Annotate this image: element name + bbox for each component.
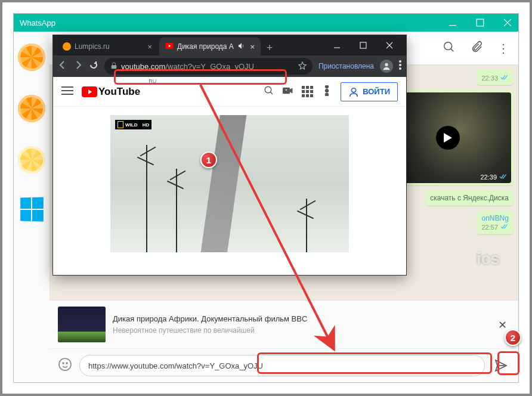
compose-bar xyxy=(50,348,518,382)
svg-point-4 xyxy=(66,363,67,364)
back-button[interactable] xyxy=(58,60,67,72)
svg-point-20 xyxy=(352,88,356,92)
lock-icon xyxy=(110,62,117,71)
svg-point-3 xyxy=(63,363,64,364)
sign-in-button[interactable]: ВОЙТИ xyxy=(341,82,398,101)
notifications-icon[interactable] xyxy=(321,85,332,98)
whatsapp-window-buttons xyxy=(448,18,512,27)
tab-label: Lumpics.ru xyxy=(75,42,110,51)
tab-close-icon[interactable]: × xyxy=(250,42,255,51)
attach-icon[interactable] xyxy=(470,41,483,56)
svg-point-19 xyxy=(326,93,329,96)
message-text: скачать с Яндекс.Диска xyxy=(430,194,509,202)
hamburger-icon[interactable] xyxy=(61,86,73,98)
chat-sidebar xyxy=(14,32,50,382)
chrome-menu-icon[interactable] xyxy=(399,60,401,72)
svg-point-8 xyxy=(385,63,388,66)
avatar[interactable] xyxy=(18,44,45,71)
close-button[interactable] xyxy=(503,18,512,27)
tab-youtube[interactable]: Дикая природа А × xyxy=(159,38,261,55)
video-duration: 22:39 xyxy=(480,174,497,181)
close-button[interactable] xyxy=(376,35,403,55)
svg-point-2 xyxy=(59,358,71,370)
whatsapp-title: WhatsApp xyxy=(20,18,448,27)
read-ticks-icon xyxy=(500,224,509,231)
svg-point-11 xyxy=(399,67,401,70)
apps-icon[interactable] xyxy=(302,86,313,97)
message-input[interactable] xyxy=(79,355,485,376)
message-bubble: 22:33 xyxy=(477,70,514,85)
close-preview-button[interactable]: ✕ xyxy=(498,318,510,330)
message-bubble: скачать с Яндекс.Диска xyxy=(425,190,514,206)
message-bubble: onNBNg 22:57 xyxy=(477,211,514,234)
youtube-logo[interactable]: YouTube xyxy=(82,86,140,98)
svg-point-9 xyxy=(399,60,401,63)
new-tab-button[interactable]: + xyxy=(262,40,277,55)
svg-rect-0 xyxy=(477,19,484,26)
svg-point-10 xyxy=(399,64,401,66)
more-icon[interactable]: ⋮ xyxy=(497,41,510,55)
search-icon[interactable] xyxy=(443,41,456,56)
url-text: youtube.com/watch?v=Y_GOxa_yOJU xyxy=(121,62,254,71)
send-button[interactable] xyxy=(492,357,510,375)
browser-window-buttons xyxy=(324,35,403,55)
svg-rect-7 xyxy=(112,65,117,69)
whatsapp-titlebar: WhatsApp xyxy=(14,14,518,32)
natgeo-badge: WILD HD xyxy=(115,120,151,129)
avatar[interactable] xyxy=(18,95,45,122)
preview-text: Дикая природа Африки. Документальный фил… xyxy=(113,314,491,335)
message-time: 22:33 xyxy=(481,75,498,82)
video-player[interactable]: WILD HD xyxy=(110,115,349,252)
browser-window: Lumpics.ru × Дикая природа А × + youtube… xyxy=(52,35,407,276)
svg-rect-6 xyxy=(360,42,366,48)
maximize-button[interactable] xyxy=(350,35,376,55)
avatar[interactable] xyxy=(18,146,45,174)
minimize-button[interactable] xyxy=(448,18,457,27)
search-icon[interactable] xyxy=(264,85,274,98)
tab-strip: Lumpics.ru × Дикая природа А × + xyxy=(53,35,406,55)
minimize-button[interactable] xyxy=(324,35,350,55)
reload-button[interactable] xyxy=(89,60,98,72)
favicon-icon xyxy=(63,42,71,51)
maximize-button[interactable] xyxy=(475,18,485,27)
address-bar-row: youtube.com/watch?v=Y_GOxa_yOJU Приостан… xyxy=(53,55,406,77)
preview-subtitle: Невероятное путешествие по величайшей xyxy=(113,326,491,335)
svg-point-18 xyxy=(326,89,329,92)
tab-lumpics[interactable]: Lumpics.ru × xyxy=(57,38,158,55)
address-bar[interactable]: youtube.com/watch?v=Y_GOxa_yOJU xyxy=(104,58,313,75)
preview-thumbnail xyxy=(58,307,106,342)
svg-point-1 xyxy=(444,42,452,50)
youtube-header: YouTube RU ВОЙТИ xyxy=(53,77,406,107)
region-label: RU xyxy=(149,78,156,84)
link-text[interactable]: onNBNg xyxy=(481,214,508,222)
svg-rect-16 xyxy=(286,89,287,91)
create-video-icon[interactable] xyxy=(283,85,293,98)
preview-title: Дикая природа Африки. Документальный фил… xyxy=(113,314,491,324)
message-time: 22:57 xyxy=(481,224,498,231)
svg-point-13 xyxy=(265,86,271,93)
profile-avatar-icon[interactable] xyxy=(380,60,393,73)
read-ticks-icon xyxy=(499,174,508,181)
avatar[interactable] xyxy=(20,197,44,221)
play-icon[interactable] xyxy=(436,126,460,150)
sync-paused-label[interactable]: Приостановлена xyxy=(318,62,374,70)
tab-close-icon[interactable]: × xyxy=(147,42,152,51)
tab-label: Дикая природа А xyxy=(177,42,234,51)
link-preview-card: Дикая природа Африки. Документальный фил… xyxy=(50,300,518,348)
forward-button[interactable] xyxy=(73,60,83,72)
bookmark-icon[interactable] xyxy=(298,61,307,72)
audio-playing-icon[interactable] xyxy=(237,42,245,51)
emoji-icon[interactable] xyxy=(58,357,72,374)
youtube-content: WILD HD xyxy=(53,107,406,275)
read-ticks-icon xyxy=(500,75,509,82)
svg-point-17 xyxy=(326,85,329,88)
favicon-icon xyxy=(165,42,174,51)
